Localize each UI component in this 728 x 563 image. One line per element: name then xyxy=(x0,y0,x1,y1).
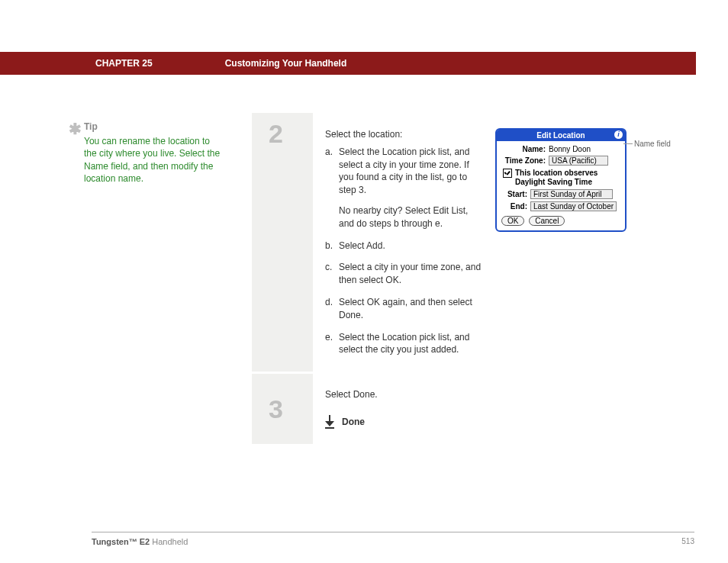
asterisk-icon: ✱ xyxy=(69,119,82,140)
tip-block: ✱ Tip You can rename the location to the… xyxy=(84,121,225,185)
sub-letter: a. xyxy=(325,146,339,230)
step2-a-note: No nearby city? Select Edit List, and do… xyxy=(339,204,482,230)
page-number: 513 xyxy=(681,537,694,546)
page-footer: Tungsten™ E2 Handheld 513 xyxy=(92,532,694,546)
dialog-title: Edit Location xyxy=(536,131,585,140)
timezone-picklist[interactable]: USA (Pacific) xyxy=(549,156,608,166)
step2-c: Select a city in your time zone, and the… xyxy=(339,261,482,287)
end-label: End: xyxy=(501,202,527,211)
sub-letter: c. xyxy=(325,261,339,287)
edit-location-dialog: Edit Location i Name: Bonny Doon Time Zo… xyxy=(495,128,627,232)
dst-label: This location observes Daylight Saving T… xyxy=(515,169,620,186)
start-label: Start: xyxy=(501,190,527,198)
dialog-title-bar: Edit Location i xyxy=(497,130,625,141)
dst-checkbox[interactable] xyxy=(503,169,512,178)
steps-container: 2 Select the location: a. Select the Loc… xyxy=(252,113,694,446)
start-picklist[interactable]: First Sunday of April xyxy=(530,189,613,199)
step-number: 3 xyxy=(269,396,313,422)
chapter-header: CHAPTER 25 Customizing Your Handheld xyxy=(0,52,696,75)
step2-e: Select the Location pick list, and selec… xyxy=(339,331,482,357)
cancel-button[interactable]: Cancel xyxy=(529,216,565,226)
step-3: 3 Select Done. Done xyxy=(252,374,694,444)
name-field-callout: Name field xyxy=(634,140,671,148)
product-rest: Handheld xyxy=(150,537,188,546)
product-name: Tungsten™ E2 Handheld xyxy=(92,537,188,546)
chapter-title: Customizing Your Handheld xyxy=(225,58,347,69)
step-2: 2 Select the location: a. Select the Loc… xyxy=(252,113,694,372)
sub-letter: d. xyxy=(325,296,339,322)
done-label: Done xyxy=(342,417,365,427)
end-picklist[interactable]: Last Sunday of October xyxy=(530,201,617,211)
name-field[interactable]: Bonny Doon xyxy=(549,145,591,153)
callout-line xyxy=(623,143,633,144)
sub-letter: e. xyxy=(325,331,339,357)
done-arrow-icon xyxy=(325,415,334,429)
ok-button[interactable]: OK xyxy=(501,216,524,226)
tip-heading: Tip xyxy=(84,121,225,133)
step2-a: Select the Location pick list, and selec… xyxy=(339,146,469,195)
step3-text: Select Done. xyxy=(325,389,684,400)
sub-letter: b. xyxy=(325,240,339,253)
step2-intro: Select the location: xyxy=(325,128,482,141)
info-icon[interactable]: i xyxy=(614,130,623,139)
step2-b: Select Add. xyxy=(339,240,482,253)
chapter-label: CHAPTER 25 xyxy=(95,58,153,69)
step-number: 2 xyxy=(269,121,313,146)
name-label: Name: xyxy=(501,145,546,153)
product-bold: Tungsten™ E2 xyxy=(92,537,150,546)
timezone-label: Time Zone: xyxy=(501,156,546,165)
step2-d: Select OK again, and then select Done. xyxy=(339,296,482,322)
tip-body: You can rename the location to the city … xyxy=(84,135,225,185)
